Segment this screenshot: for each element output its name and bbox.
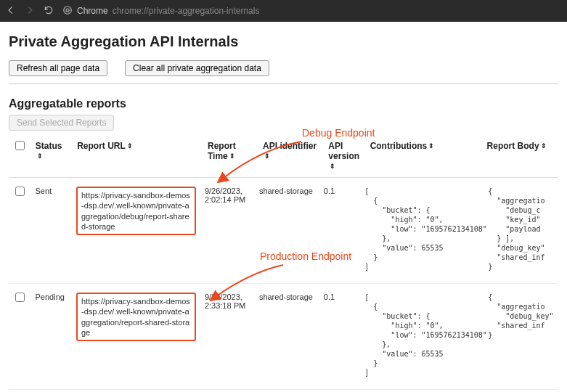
cell-report-url: https://privacy-sandbox-demos-dsp.dev/.w… (76, 187, 196, 235)
cell-report-url: https://privacy-sandbox-demos-dsp.dev/.w… (76, 293, 196, 341)
cell-contributions: [ { "bucket": { "high": "0", "low": "169… (364, 293, 479, 377)
row-checkbox[interactable] (15, 293, 25, 302)
cell-report-body: { "aggregatio "debug_key" "shared_inf } (488, 293, 554, 340)
cell-report-time: 9/26/2023, 2:33:18 PM (200, 293, 255, 310)
col-api-version[interactable]: API version⇕ (324, 141, 365, 171)
divider (9, 83, 558, 84)
col-contributions[interactable]: Contributions⇕ (366, 141, 483, 171)
back-icon[interactable] (6, 5, 16, 17)
section-title: Aggregatable reports (9, 97, 558, 110)
refresh-button[interactable]: Refresh all page data (9, 60, 107, 76)
address-bar[interactable]: Chrome chrome://private-aggregation-inte… (62, 5, 259, 17)
cell-contributions: [ { "bucket": { "high": "0", "low": "169… (364, 187, 479, 271)
col-report-body[interactable]: Report Body⇕ (483, 141, 558, 171)
svg-point-1 (66, 8, 69, 11)
cell-api-identifier: shared-storage (255, 293, 319, 301)
col-report-url[interactable]: Report URL⇕ (73, 141, 203, 171)
url-path: chrome://private-aggregation-internals (113, 6, 260, 16)
clear-button[interactable]: Clear all private aggregation data (125, 60, 269, 76)
cell-status: Pending (31, 293, 72, 301)
table-row: Sent https://privacy-sandbox-demos-dsp.d… (9, 178, 558, 284)
reports-table: Status⇕ Report URL⇕ Report Time⇕ API ide… (9, 135, 558, 390)
browser-toolbar: Chrome chrome://private-aggregation-inte… (0, 0, 567, 22)
page-title: Private Aggregation API Internals (9, 33, 558, 50)
table-row: Pending https://privacy-sandbox-demos-ds… (9, 284, 558, 390)
forward-icon[interactable] (25, 5, 35, 17)
select-all-checkbox[interactable] (15, 141, 25, 150)
col-status[interactable]: Status⇕ (31, 141, 73, 171)
url-scheme-label: Chrome (77, 6, 108, 16)
cell-report-time: 9/26/2023, 2:02:14 PM (200, 187, 255, 204)
svg-point-0 (64, 6, 72, 14)
cell-status: Sent (31, 187, 72, 195)
row-checkbox[interactable] (15, 187, 25, 196)
cell-api-version: 0.1 (319, 187, 360, 195)
send-selected-button[interactable]: Send Selected Reports (9, 115, 114, 131)
cell-api-version: 0.1 (319, 293, 360, 301)
col-report-time[interactable]: Report Time⇕ (203, 141, 258, 171)
cell-report-body: { "aggregatio "debug_c "key_id" "payload… (488, 187, 554, 271)
col-api-identifier[interactable]: API identifier⇕ (258, 141, 324, 171)
cell-api-identifier: shared-storage (255, 187, 319, 195)
chrome-icon (62, 5, 73, 17)
reload-icon[interactable] (44, 5, 54, 17)
